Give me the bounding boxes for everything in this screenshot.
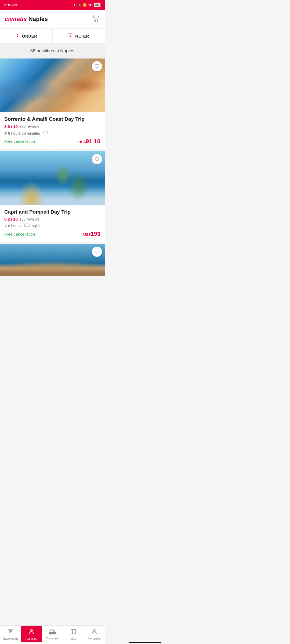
card-image-1 <box>0 58 105 112</box>
card-image-2 <box>0 151 105 205</box>
card-footer-2: Free cancellation US$193 <box>4 230 100 237</box>
language-text-2: English <box>29 224 42 228</box>
cart-button[interactable] <box>92 14 100 24</box>
hourglass-icon-1: ⧖ <box>4 131 7 136</box>
duration-text-1: 8 hours 30 minutes <box>8 131 40 136</box>
duration-text-2: 8 hours <box>8 224 21 228</box>
status-time: 8:16 AM <box>4 3 17 7</box>
activities-count: 58 activities in Naples <box>0 43 105 58</box>
filter-order-bar: ORDER FILTER <box>0 28 105 43</box>
activity-card-1[interactable]: Sorrento & Amalfi Coast Day Trip 8.6 / 1… <box>0 58 105 149</box>
page-content: 58 activities in Naples Sorrento & Amalf… <box>0 43 105 300</box>
chat-icon-1 <box>43 131 48 136</box>
chat-item-2: English <box>24 224 42 228</box>
chat-icon-2 <box>24 224 28 228</box>
favorite-button-1[interactable] <box>92 61 102 71</box>
price-2: US$193 <box>83 230 100 237</box>
logo: civitatis Naples <box>5 16 48 23</box>
city-name: Naples <box>28 16 48 23</box>
card-meta-1: ⧖ 8 hours 30 minutes <box>4 131 100 136</box>
currency-2: US$ <box>83 232 90 237</box>
hourglass-icon-2: ⧖ <box>4 224 7 228</box>
rating-score-1: 8.6 / 10 <box>4 124 18 129</box>
activity-card-2[interactable]: Capri and Pompeii Day Trip 8.2 / 10 133 … <box>0 151 105 242</box>
favorite-button-2[interactable] <box>92 154 102 164</box>
activity-title-1: Sorrento & Amalfi Coast Day Trip <box>4 116 100 123</box>
svg-point-1 <box>95 20 96 21</box>
svg-point-2 <box>97 20 98 21</box>
brand-name: civitatis <box>5 16 27 23</box>
status-icons: ⊡ 🔕 📶 100 <box>74 3 100 7</box>
card-meta-2: ⧖ 8 hours English <box>4 224 100 228</box>
status-bar: 8:16 AM ⊡ 🔕 📶 100 <box>0 0 105 10</box>
nfc-icon: ⊡ <box>74 3 77 7</box>
duration-item-1: ⧖ 8 hours 30 minutes <box>4 131 40 136</box>
free-cancellation-2: Free cancellation <box>4 232 35 236</box>
filter-label: FILTER <box>75 34 89 38</box>
svg-point-0 <box>90 6 91 6</box>
card-rating-1: 8.6 / 10 936 reviews <box>4 124 100 129</box>
app-header: civitatis Naples <box>0 10 105 28</box>
order-icon <box>15 33 20 39</box>
card-footer-1: Free cancellation US$91.10 <box>4 138 100 145</box>
battery-icon: 100 <box>94 3 100 7</box>
card-rating-2: 8.2 / 10 133 reviews <box>4 217 100 221</box>
chat-item-1 <box>43 131 48 136</box>
review-count-2: 133 reviews <box>19 217 39 221</box>
filter-icon <box>68 33 73 39</box>
duration-item-2: ⧖ 8 hours <box>4 224 21 228</box>
card-content-2: Capri and Pompeii Day Trip 8.2 / 10 133 … <box>0 205 105 242</box>
order-label: ORDER <box>22 34 37 38</box>
wifi-icon <box>88 3 92 7</box>
signal-icon: 📶 <box>83 3 87 7</box>
mute-icon: 🔕 <box>78 3 82 7</box>
rating-score-2: 8.2 / 10 <box>4 217 18 221</box>
free-cancellation-1: Free cancellation <box>4 139 35 144</box>
order-button[interactable]: ORDER <box>0 29 53 43</box>
card-content-1: Sorrento & Amalfi Coast Day Trip 8.6 / 1… <box>0 112 105 149</box>
activity-title-2: Capri and Pompeii Day Trip <box>4 209 100 215</box>
activity-card-3[interactable] <box>0 244 105 276</box>
price-1: US$91.10 <box>78 138 100 145</box>
favorite-button-3[interactable] <box>92 247 102 257</box>
filter-button[interactable]: FILTER <box>53 29 105 43</box>
currency-1: US$ <box>78 140 86 144</box>
activities-list: Sorrento & Amalfi Coast Day Trip 8.6 / 1… <box>0 58 105 276</box>
review-count-1: 936 reviews <box>19 124 39 129</box>
